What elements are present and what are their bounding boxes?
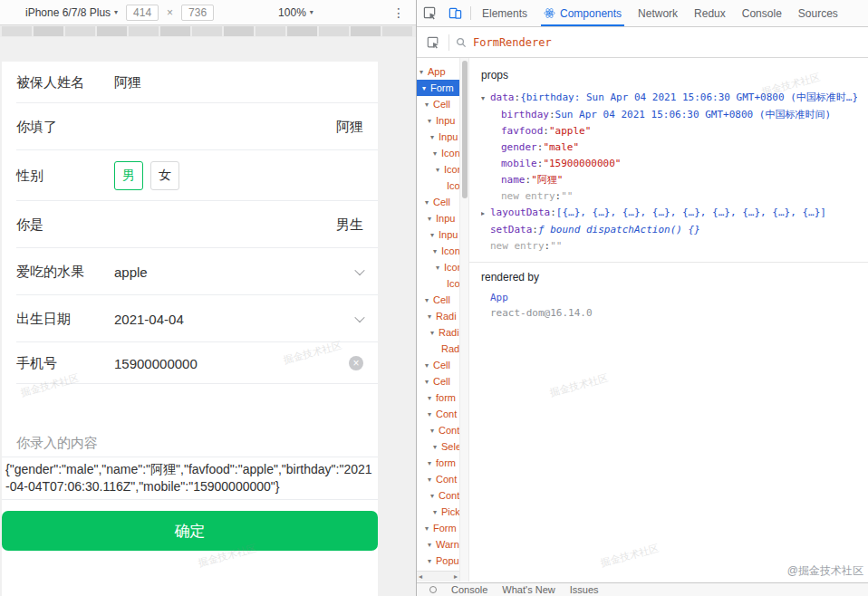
tree-node-radi[interactable]: ▾Radi: [417, 324, 459, 341]
expand-arrow-icon[interactable]: ▾: [428, 215, 436, 223]
expand-arrow-icon[interactable]: ▾: [425, 101, 433, 109]
expand-arrow-icon[interactable]: ▾: [430, 133, 439, 141]
expand-arrow-icon[interactable]: ▾: [430, 329, 439, 337]
expand-arrow-icon[interactable]: ▾: [428, 541, 436, 549]
vertical-scrollbar[interactable]: [459, 58, 469, 582]
tree-node-pick[interactable]: ▾Pick: [417, 504, 459, 520]
tree-node-form[interactable]: ▾Form: [417, 520, 459, 536]
tree-node-cont[interactable]: ▾Cont: [417, 406, 459, 422]
zoom-select[interactable]: 100% ▾: [278, 6, 313, 19]
tree-node-form[interactable]: ▾form: [417, 455, 459, 471]
field-birthday[interactable]: 出生日期 2021-04-04: [2, 295, 378, 342]
expand-arrow-icon[interactable]: ▾: [425, 378, 433, 386]
scrollbar-thumb[interactable]: [462, 61, 468, 198]
component-search-input[interactable]: [468, 36, 868, 49]
expand-arrow-icon[interactable]: ▾: [433, 443, 441, 451]
field-insured-name[interactable]: 被保人姓名 阿狸: [2, 62, 378, 103]
horizontal-scrollbar[interactable]: ◂ ▸: [417, 571, 459, 582]
tree-node-inpu[interactable]: ▾Inpu: [417, 112, 459, 129]
prop-row-data[interactable]: ▾data: {birthday: Sun Apr 04 2021 15:06:…: [481, 90, 857, 107]
expand-arrow-icon[interactable]: ▾: [433, 508, 441, 516]
tree-node-cell[interactable]: ▾Cell: [417, 373, 459, 389]
expand-arrow-icon[interactable]: ▾: [436, 166, 444, 174]
tab-redux[interactable]: Redux: [686, 0, 734, 26]
expand-arrow-icon[interactable]: ▾: [425, 361, 433, 370]
tree-node-cell[interactable]: ▾Cell: [417, 96, 459, 112]
expand-arrow-icon[interactable]: ▾: [430, 492, 439, 500]
expand-arrow-icon[interactable]: ▾: [428, 394, 436, 402]
expand-arrow-icon[interactable]: ▾: [420, 68, 428, 76]
prop-row-new-entry[interactable]: new entry: "": [481, 188, 857, 205]
prop-row-birthday[interactable]: birthday: Sun Apr 04 2021 15:06:30 GMT+0…: [481, 107, 857, 123]
more-options-icon[interactable]: ⋮: [392, 5, 405, 20]
tree-node-inpu[interactable]: ▾Inpu: [417, 210, 459, 226]
tree-node-icon[interactable]: ▾Icon: [417, 259, 459, 275]
tree-node-icon[interactable]: ▾Icon: [417, 161, 459, 178]
drawer-tab-console[interactable]: Console: [451, 584, 487, 595]
tree-node-inpu[interactable]: ▾Inpu: [417, 226, 459, 243]
expand-arrow-icon[interactable]: ▾: [428, 410, 436, 418]
tree-node-cont[interactable]: ▾Cont: [417, 487, 459, 504]
expand-arrow-icon[interactable]: ▾: [430, 427, 439, 435]
inspect-element-icon[interactable]: [417, 0, 442, 26]
expand-arrow-icon[interactable]: ▾: [430, 231, 439, 239]
tree-node-icon[interactable]: ▾Icon: [417, 145, 459, 161]
tree-node-icon[interactable]: Icon: [417, 275, 459, 292]
expand-arrow-icon[interactable]: ▾: [422, 84, 430, 92]
drawer-tab-issues[interactable]: Issues: [570, 584, 599, 595]
expand-arrow-icon[interactable]: ▾: [428, 117, 436, 125]
react-inspect-icon[interactable]: [420, 36, 446, 49]
tree-node-cell[interactable]: ▾Cell: [417, 292, 459, 308]
drawer-tab-what-s-new[interactable]: What's New: [502, 584, 555, 595]
prop-row-layoutData[interactable]: ▸layoutData: [{…}, {…}, {…}, {…}, {…}, {…: [481, 205, 857, 222]
expand-arrow-icon[interactable]: ▸: [481, 206, 490, 222]
tab-elements[interactable]: Elements: [474, 0, 535, 26]
viewport-width-input[interactable]: [126, 5, 159, 21]
tree-node-cell[interactable]: ▾Cell: [417, 194, 459, 210]
prop-row-name[interactable]: name: "阿狸": [481, 172, 857, 188]
viewport-height-input[interactable]: [181, 5, 214, 21]
field-mobile[interactable]: 手机号 15900000000 ×: [2, 342, 378, 384]
tree-node-cell[interactable]: ▾Cell: [417, 357, 459, 373]
expand-arrow-icon[interactable]: ▾: [433, 247, 441, 255]
tree-node-app[interactable]: ▾App: [417, 63, 459, 80]
device-select[interactable]: iPhone 6/7/8 Plus ▾: [25, 6, 118, 19]
confirm-button[interactable]: 确定: [2, 511, 378, 551]
tree-node-form[interactable]: ▾Form: [417, 80, 459, 96]
gender-female-button[interactable]: 女: [150, 161, 179, 190]
tab-sources[interactable]: Sources: [790, 0, 846, 26]
expand-arrow-icon[interactable]: ▾: [428, 557, 436, 565]
clear-icon[interactable]: ×: [349, 356, 363, 370]
prop-row-new-entry[interactable]: new entry: "": [481, 238, 857, 255]
expand-arrow-icon[interactable]: ▾: [428, 476, 436, 484]
tree-node-radi[interactable]: Radi: [417, 341, 459, 357]
expand-arrow-icon[interactable]: ▾: [428, 459, 436, 467]
tree-node-cont[interactable]: ▾Cont: [417, 422, 459, 438]
tree-node-icon[interactable]: ▾Icon: [417, 243, 459, 259]
tab-components[interactable]: Components: [535, 0, 630, 26]
tree-node-radi[interactable]: ▾Radi: [417, 308, 459, 324]
field-fruit[interactable]: 爱吃的水果 apple: [2, 248, 378, 295]
expand-arrow-icon[interactable]: ▾: [433, 149, 441, 158]
prop-row-mobile[interactable]: mobile: "15900000000": [481, 156, 857, 172]
tree-node-cont[interactable]: ▾Cont: [417, 471, 459, 487]
tree-node-inpu[interactable]: ▾Inpu: [417, 129, 459, 145]
device-toolbar-toggle-icon[interactable]: [442, 0, 468, 26]
tab-network[interactable]: Network: [630, 0, 686, 26]
expand-arrow-icon[interactable]: ▾: [425, 198, 433, 207]
prop-row-setData[interactable]: setData: ƒ bound dispatchAction() {}: [481, 222, 857, 238]
tree-node-form[interactable]: ▾form: [417, 389, 459, 406]
expand-arrow-icon[interactable]: ▾: [428, 312, 436, 321]
tree-node-sele[interactable]: ▾Sele: [417, 438, 459, 455]
expand-arrow-icon[interactable]: ▾: [425, 296, 433, 304]
tree-node-warn[interactable]: ▾Warn: [417, 536, 459, 553]
tab-console[interactable]: Console: [734, 0, 790, 26]
prop-row-gender[interactable]: gender: "male": [481, 139, 857, 156]
scroll-right-icon[interactable]: ▸: [454, 572, 458, 581]
tree-node-popu[interactable]: ▾Popu: [417, 553, 459, 569]
expand-arrow-icon[interactable]: ▾: [436, 264, 444, 272]
rendered-by-app-link[interactable]: App: [481, 290, 857, 305]
gender-male-button[interactable]: 男: [114, 161, 143, 190]
prop-row-favfood[interactable]: favfood: "apple": [481, 123, 857, 139]
expand-arrow-icon[interactable]: ▾: [481, 91, 490, 107]
